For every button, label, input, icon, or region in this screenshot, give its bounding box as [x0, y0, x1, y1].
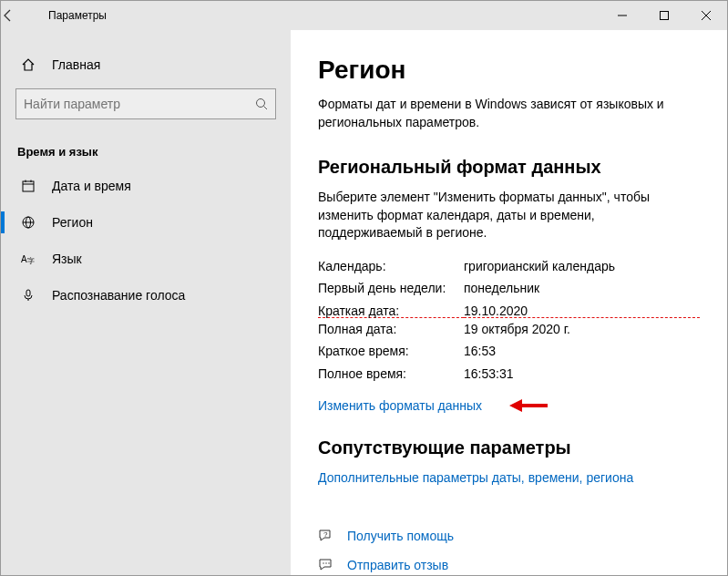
page-heading: Регион	[318, 56, 700, 85]
row-key: Полное время:	[318, 363, 464, 386]
row-longtime: Полное время: 16:53:31	[318, 363, 700, 386]
sidebar-item-label: Дата и время	[52, 179, 131, 193]
row-key: Полная дата:	[318, 318, 464, 341]
svg-marker-18	[509, 399, 522, 412]
change-formats-row: Изменить форматы данных	[318, 397, 700, 414]
sidebar-item-region[interactable]: Регион	[1, 204, 291, 241]
help-section: ? Получить помощь Отправить отзыв	[318, 528, 700, 573]
sidebar-item-label: Язык	[52, 252, 82, 266]
search-icon	[255, 98, 268, 110]
window-title: Параметры	[45, 9, 601, 22]
row-value: 16:53:31	[464, 363, 700, 386]
row-key: Первый день недели:	[318, 277, 464, 300]
sidebar-item-datetime[interactable]: Дата и время	[1, 168, 291, 204]
back-button[interactable]	[1, 8, 45, 23]
globe-icon	[17, 215, 39, 230]
svg-rect-6	[23, 181, 34, 191]
help-icon: ?	[318, 528, 340, 544]
search-box[interactable]	[15, 88, 276, 119]
row-key: Краткое время:	[318, 340, 464, 363]
svg-point-22	[328, 563, 329, 564]
microphone-icon	[17, 288, 39, 303]
feedback-label: Отправить отзыв	[347, 558, 448, 572]
maximize-button[interactable]	[643, 1, 685, 30]
sidebar-home-label: Главная	[52, 57, 100, 72]
row-value: 19 октября 2020 г.	[464, 318, 700, 341]
help-label: Получить помощь	[347, 529, 454, 543]
row-longdate: Полная дата: 19 октября 2020 г.	[318, 318, 700, 341]
section-title: Региональный формат данных	[318, 157, 700, 178]
search-input[interactable]	[24, 97, 255, 111]
window-controls	[601, 1, 727, 30]
row-value: 19.10.2020	[464, 300, 700, 318]
svg-point-21	[325, 563, 326, 564]
sidebar-group-title: Время и язык	[1, 129, 291, 168]
svg-rect-1	[661, 12, 669, 20]
row-shortdate: Краткая дата: 19.10.2020	[318, 300, 700, 318]
page-intro: Форматы дат и времени в Windows зависят …	[318, 96, 700, 131]
section-desc: Выберите элемент "Изменить форматы данны…	[318, 189, 700, 242]
row-shorttime: Краткое время: 16:53	[318, 340, 700, 363]
feedback-icon	[318, 557, 340, 573]
svg-text:?: ?	[323, 530, 328, 539]
row-firstday: Первый день недели: понедельник	[318, 277, 700, 300]
svg-point-4	[257, 99, 265, 108]
related-section: Сопутствующие параметры Дополнительные п…	[318, 437, 700, 486]
get-help-link[interactable]: ? Получить помощь	[318, 528, 700, 544]
annotation-arrow	[509, 397, 548, 414]
svg-line-5	[264, 107, 268, 110]
calendar-icon	[17, 179, 39, 193]
row-key: Календарь:	[318, 255, 464, 278]
svg-point-20	[323, 563, 323, 564]
home-icon	[17, 57, 39, 72]
format-table: Календарь: григорианский календарь Первы…	[318, 255, 700, 386]
row-key: Краткая дата:	[318, 300, 464, 318]
main-area: Главная Время и язык Дата и время Регион…	[1, 30, 727, 575]
related-link[interactable]: Дополнительные параметры даты, времени, …	[318, 470, 633, 485]
row-value: григорианский календарь	[464, 255, 700, 278]
sidebar-item-speech[interactable]: Распознавание голоса	[1, 277, 291, 314]
row-value: понедельник	[464, 277, 700, 300]
svg-rect-15	[26, 290, 30, 296]
language-icon: A字	[17, 252, 39, 266]
minimize-button[interactable]	[601, 1, 643, 30]
svg-text:A: A	[21, 254, 27, 264]
row-calendar: Календарь: григорианский календарь	[318, 255, 700, 278]
close-button[interactable]	[685, 1, 727, 30]
sidebar-item-label: Распознавание голоса	[52, 288, 185, 303]
content-area: Регион Форматы дат и времени в Windows з…	[291, 30, 727, 575]
change-formats-link[interactable]: Изменить форматы данных	[318, 398, 482, 413]
sidebar-item-language[interactable]: A字 Язык	[1, 241, 291, 277]
sidebar-home[interactable]: Главная	[1, 46, 291, 83]
row-value: 16:53	[464, 340, 700, 363]
feedback-link[interactable]: Отправить отзыв	[318, 557, 700, 573]
sidebar-item-label: Регион	[52, 215, 93, 230]
related-title: Сопутствующие параметры	[318, 437, 700, 458]
svg-text:字: 字	[27, 257, 35, 265]
sidebar: Главная Время и язык Дата и время Регион…	[1, 30, 291, 575]
titlebar: Параметры	[1, 1, 727, 30]
